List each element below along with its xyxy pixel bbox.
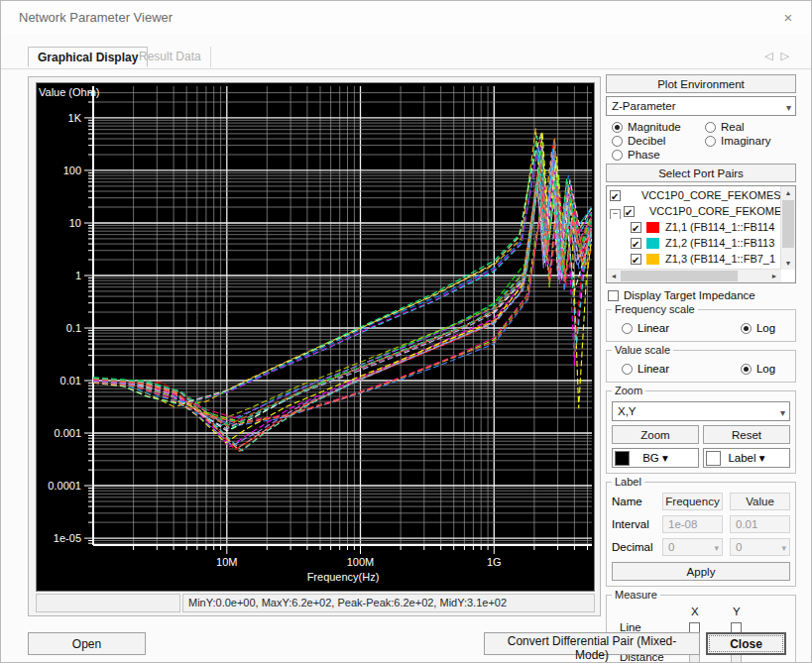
tree-item-label: Z1,2 (FB114_1::FB113 [665,237,774,249]
value-linear-radio[interactable]: Linear [622,363,669,375]
label-color-combo[interactable]: Label ▾ [703,448,790,468]
close-button[interactable]: Close [706,632,786,655]
chevron-down-icon: ▾ [662,452,668,464]
value-log-radio-icon[interactable] [741,364,752,375]
zoom-group: Zoom X,Y ▾ Zoom Reset BG ▾ Label ▾ [606,390,796,474]
tree-horizontal-scrollbar[interactable]: ◄ ► [607,269,781,282]
scroll-left-icon[interactable]: ◄ [607,270,621,282]
interval-value-field[interactable]: 0.01 [730,515,790,533]
port-tree-item[interactable]: VCC1P0_CORE_FEKOMESH_1 [607,187,781,203]
convert-differential-pair-button[interactable]: Convert Differential Pair (Mixed-Mode) [484,632,700,655]
tab-scroll-left-icon[interactable]: ◁ [764,50,780,61]
scroll-down-icon[interactable]: ▼ [781,257,795,270]
radio-phase[interactable]: Phase [612,149,660,161]
component-radio-group: Magnitude Real Decibel Imaginary Phase [610,121,796,161]
zoom-group-title: Zoom [612,385,645,396]
radio-decibel-icon[interactable] [612,136,623,147]
radio-imaginary-icon[interactable] [705,136,716,147]
parameter-type-combo[interactable]: Z-Parameter ▾ [606,96,796,116]
tab-result-data[interactable]: Result Data [130,47,211,67]
port-pairs-tree[interactable]: VCC1P0_CORE_FEKOMESH_1−VCC1P0_CORE_FEKOM… [606,185,796,283]
scroll-right-icon[interactable]: ► [767,270,781,282]
measure-x-header: X [691,606,699,617]
frequency-log-radio-icon[interactable] [741,323,752,334]
tree-item-checkbox[interactable] [631,254,641,265]
open-button[interactable]: Open [28,632,146,655]
zoom-reset-button[interactable]: Reset [703,425,790,444]
svg-text:1: 1 [75,270,81,281]
tree-collapse-icon[interactable]: − [610,209,621,219]
decimal-frequency-combo[interactable]: 0▾ [662,538,723,556]
vertical-scroll-thumb[interactable] [782,200,794,248]
tree-item-checkbox[interactable] [631,222,641,233]
tree-vertical-scrollbar[interactable]: ▲ ▼ [780,186,795,270]
bg-color-combo[interactable]: BG ▾ [612,448,699,468]
frequency-linear-radio[interactable]: Linear [622,322,669,334]
radio-imaginary[interactable]: Imaginary [705,135,771,147]
tree-item-label: Z1,1 (FB114_1::FB114 [665,221,774,233]
scroll-up-icon[interactable]: ▲ [781,186,795,199]
tab-strip: Graphical Display Result Data ◁▷ [1,47,811,69]
tree-item-label: Z1,3 (FB114_1::FB7_1 [665,253,775,265]
tree-item-checkbox[interactable] [610,190,621,201]
svg-text:1K: 1K [68,112,82,124]
control-panel: Plot Environment Z-Parameter ▾ Magnitude… [606,74,796,663]
title-bar: Network Parameter Viewer × [1,1,811,35]
frequency-linear-radio-icon[interactable] [622,323,633,334]
radio-real-icon[interactable] [705,122,716,133]
chevron-down-icon: ▾ [714,540,719,556]
svg-text:Frequency(Hz): Frequency(Hz) [307,571,380,583]
port-tree-item[interactable]: Z1,3 (FB114_1::FB7_1 [607,251,781,267]
radio-real[interactable]: Real [705,121,745,133]
measure-y-header: Y [733,606,741,617]
tab-scroll-right-icon[interactable]: ▷ [781,50,797,61]
chart-status-row: MinY:0.0e+00, MaxY:6.2e+02, Peak-Peak:6.… [36,594,595,612]
radio-magnitude-icon[interactable] [612,122,623,133]
axis-labels: 1K1001010.10.010.0010.00011e-0510M100M1G… [39,86,502,583]
bg-color-swatch [615,451,630,466]
label-group: Label Name Frequency Value Interval 1e-0… [606,482,796,587]
chevron-down-icon: ▾ [759,452,765,464]
chart-canvas[interactable]: 1K1001010.10.010.0010.00011e-0510M100M1G… [36,82,595,592]
tree-item-checkbox[interactable] [624,206,635,217]
port-tree-item[interactable]: Z1,2 (FB114_1::FB113 [607,235,781,251]
radio-decibel[interactable]: Decibel [612,135,665,147]
value-log-radio[interactable]: Log [741,363,775,375]
chevron-down-icon: ▾ [780,404,785,422]
tree-item-checkbox[interactable] [631,238,641,249]
interval-caption: Interval [612,518,655,530]
tree-item-label: VCC1P0_CORE_FEKOMESH [649,205,781,217]
close-icon[interactable]: × [777,7,799,29]
display-target-impedance-row[interactable]: Display Target Impedance [608,289,796,301]
radio-phase-icon[interactable] [612,150,623,161]
apply-button[interactable]: Apply [612,562,790,581]
svg-text:0.0001: 0.0001 [48,480,81,492]
parameter-type-value: Z-Parameter [612,100,676,112]
port-tree-item[interactable]: −VCC1P0_CORE_FEKOMESH [607,203,781,219]
frequency-log-radio[interactable]: Log [741,322,775,334]
series-color-swatch [646,254,659,265]
label-color-swatch [706,451,721,466]
axis-ticks [84,86,592,554]
svg-text:0.1: 0.1 [66,322,81,334]
svg-text:0.01: 0.01 [60,375,81,387]
tab-scroll-arrows[interactable]: ◁▷ [764,50,797,62]
plot-environment-button[interactable]: Plot Environment [606,74,796,93]
port-tree-item[interactable]: Z1,1 (FB114_1::FB114 [607,219,781,235]
decimal-value-combo[interactable]: 0▾ [730,538,790,556]
zoom-button[interactable]: Zoom [612,425,699,444]
chevron-down-icon: ▾ [781,540,786,556]
label-frequency-header: Frequency [662,493,723,510]
svg-text:100M: 100M [347,556,375,568]
series-color-swatch [646,238,659,249]
radio-magnitude[interactable]: Magnitude [612,121,681,133]
impedance-curves [93,129,592,452]
grid-lines [93,86,592,545]
zoom-mode-combo[interactable]: X,Y ▾ [612,401,790,421]
value-linear-radio-icon[interactable] [622,364,633,375]
tree-item-label: VCC1P0_CORE_FEKOMESH_1 [641,189,781,201]
interval-frequency-field[interactable]: 1e-08 [662,515,723,533]
horizontal-scroll-thumb[interactable] [621,271,738,281]
select-port-pairs-button[interactable]: Select Port Pairs [606,164,796,182]
display-target-impedance-checkbox[interactable] [608,290,619,301]
